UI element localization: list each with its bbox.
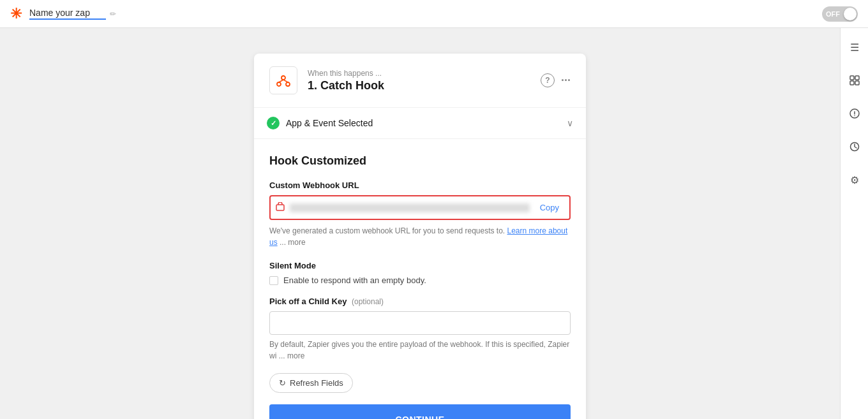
more-options-icon[interactable]: ··· xyxy=(561,74,571,87)
refresh-fields-button[interactable]: ↻ Refresh Fields xyxy=(269,373,353,393)
app-icon xyxy=(269,66,297,94)
history-icon[interactable] xyxy=(846,138,864,156)
svg-point-9 xyxy=(277,82,281,86)
silent-mode-checkbox-row: Enable to respond with an empty body. xyxy=(269,276,571,285)
toggle-switch[interactable]: OFF xyxy=(822,6,858,22)
right-sidebar: ☰ ⚙ xyxy=(840,28,868,419)
edit-icon: ✏ xyxy=(110,10,116,18)
svg-point-8 xyxy=(281,76,285,80)
webhook-url-label: Custom Webhook URL xyxy=(269,180,571,190)
svg-rect-1 xyxy=(855,76,859,80)
step-title: 1. Catch Hook xyxy=(308,79,530,92)
silent-mode-label: Silent Mode xyxy=(269,261,571,270)
toggle-label: OFF xyxy=(826,10,840,18)
svg-point-6 xyxy=(854,115,855,117)
child-key-label: Pick off a Child Key (optional) xyxy=(269,297,571,306)
section-label: App & Event Selected xyxy=(286,118,560,128)
webhook-url-icon xyxy=(276,202,285,213)
continue-button[interactable]: CONTINUE xyxy=(269,404,571,419)
when-label: When this happens ... xyxy=(308,69,530,78)
svg-rect-3 xyxy=(855,81,859,85)
layout-icon[interactable] xyxy=(846,71,864,89)
silent-mode-section: Silent Mode Enable to respond with an em… xyxy=(269,261,571,285)
svg-line-12 xyxy=(283,80,288,82)
zap-name-input[interactable]: Name your zap xyxy=(29,8,106,20)
card-header-text: When this happens ... 1. Catch Hook xyxy=(308,69,530,92)
svg-rect-13 xyxy=(276,205,284,210)
card-header-actions: ? ··· xyxy=(541,73,571,87)
card-header: When this happens ... 1. Catch Hook ? ··… xyxy=(254,54,586,108)
svg-rect-0 xyxy=(850,76,854,80)
silent-mode-checkbox-label: Enable to respond with an empty body. xyxy=(283,276,426,285)
webhook-url-container: Copy xyxy=(269,195,571,220)
alert-icon[interactable] xyxy=(846,105,864,122)
svg-point-10 xyxy=(286,82,290,86)
check-icon xyxy=(267,117,280,129)
copy-button[interactable]: Copy xyxy=(535,200,564,215)
webhook-hint: We've generated a custom webhook URL for… xyxy=(269,225,571,248)
app-event-section[interactable]: App & Event Selected ∨ xyxy=(254,108,586,139)
topbar: ✳ Name your zap ✏ OFF xyxy=(0,0,868,28)
refresh-icon: ↻ xyxy=(279,378,286,388)
child-key-section: Pick off a Child Key (optional) By defau… xyxy=(269,297,571,362)
chevron-down-icon: ∨ xyxy=(567,118,573,128)
menu-icon[interactable]: ☰ xyxy=(846,38,864,56)
hook-title: Hook Customized xyxy=(269,154,571,168)
optional-tag: (optional) xyxy=(352,297,384,306)
settings-icon[interactable]: ⚙ xyxy=(846,171,864,189)
zap-card: When this happens ... 1. Catch Hook ? ··… xyxy=(254,54,586,419)
zapier-logo[interactable]: ✳ xyxy=(10,6,22,22)
child-key-input[interactable] xyxy=(269,311,571,335)
help-icon[interactable]: ? xyxy=(541,73,555,87)
topbar-right: OFF xyxy=(822,6,858,22)
svg-rect-2 xyxy=(850,81,854,85)
webhook-url-value xyxy=(290,203,530,212)
main-content: When this happens ... 1. Catch Hook ? ··… xyxy=(0,28,840,419)
hook-section: Hook Customized Custom Webhook URL Copy xyxy=(254,139,586,419)
silent-mode-checkbox[interactable] xyxy=(269,276,278,285)
toggle-knob xyxy=(844,8,857,20)
child-key-hint: By default, Zapier gives you the entire … xyxy=(269,339,571,362)
svg-line-11 xyxy=(279,80,283,82)
